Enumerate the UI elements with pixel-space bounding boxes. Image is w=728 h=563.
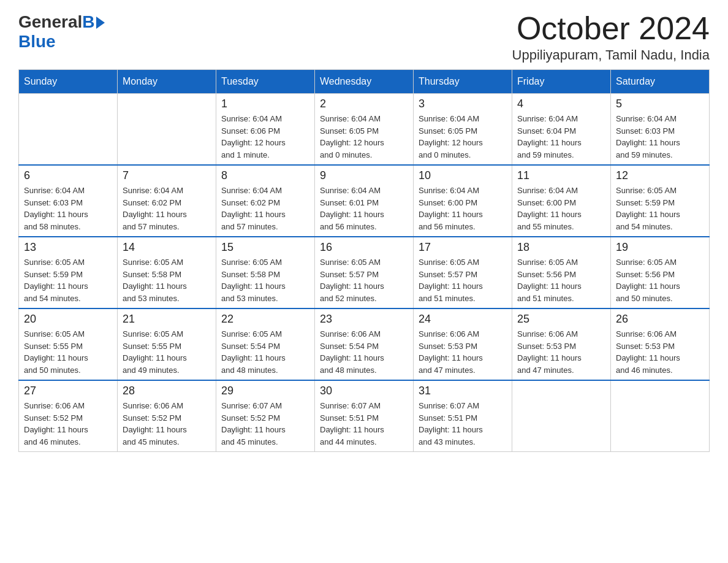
calendar-cell: 10Sunrise: 6:04 AMSunset: 6:00 PMDayligh… (414, 165, 512, 237)
day-number: 16 (320, 241, 408, 254)
day-info: Sunrise: 6:05 AMSunset: 5:57 PMDaylight:… (320, 256, 408, 304)
day-info: Sunrise: 6:04 AMSunset: 6:02 PMDaylight:… (123, 185, 211, 232)
calendar-cell: 16Sunrise: 6:05 AMSunset: 5:57 PMDayligh… (315, 237, 414, 308)
calendar-cell: 15Sunrise: 6:05 AMSunset: 5:58 PMDayligh… (216, 237, 315, 308)
day-number: 17 (419, 241, 507, 254)
calendar-cell: 30Sunrise: 6:07 AMSunset: 5:51 PMDayligh… (315, 380, 414, 452)
day-info: Sunrise: 6:05 AMSunset: 5:59 PMDaylight:… (24, 256, 112, 304)
day-info: Sunrise: 6:04 AMSunset: 6:00 PMDaylight:… (517, 185, 605, 232)
calendar-cell: 3Sunrise: 6:04 AMSunset: 6:05 PMDaylight… (414, 94, 512, 166)
calendar-table: SundayMondayTuesdayWednesdayThursdayFrid… (18, 69, 710, 452)
day-info: Sunrise: 6:06 AMSunset: 5:54 PMDaylight:… (320, 328, 408, 376)
calendar-header-saturday: Saturday (611, 70, 710, 94)
day-number: 9 (320, 169, 408, 182)
day-number: 18 (517, 241, 605, 254)
logo: General B Blue (18, 12, 105, 52)
day-number: 14 (123, 241, 211, 254)
day-number: 25 (517, 313, 605, 326)
day-info: Sunrise: 6:04 AMSunset: 6:05 PMDaylight:… (320, 113, 408, 161)
calendar-cell: 13Sunrise: 6:05 AMSunset: 5:59 PMDayligh… (19, 237, 118, 308)
calendar-cell: 6Sunrise: 6:04 AMSunset: 6:03 PMDaylight… (19, 165, 118, 237)
calendar-cell: 8Sunrise: 6:04 AMSunset: 6:02 PMDaylight… (216, 165, 315, 237)
calendar-header-thursday: Thursday (414, 70, 512, 94)
logo-blue-part: B (82, 12, 104, 32)
calendar-cell: 29Sunrise: 6:07 AMSunset: 5:52 PMDayligh… (216, 380, 315, 452)
location-text: Uppiliyapuram, Tamil Nadu, India (512, 47, 710, 63)
day-info: Sunrise: 6:05 AMSunset: 5:58 PMDaylight:… (123, 256, 211, 304)
day-number: 27 (24, 385, 112, 397)
day-number: 6 (24, 169, 112, 182)
day-info: Sunrise: 6:05 AMSunset: 5:59 PMDaylight:… (616, 185, 704, 232)
day-number: 19 (616, 241, 704, 254)
calendar-cell: 5Sunrise: 6:04 AMSunset: 6:03 PMDaylight… (611, 94, 710, 166)
day-number: 2 (320, 98, 408, 110)
day-info: Sunrise: 6:05 AMSunset: 5:56 PMDaylight:… (616, 256, 704, 304)
day-info: Sunrise: 6:04 AMSunset: 6:01 PMDaylight:… (320, 185, 408, 232)
calendar-cell (512, 380, 611, 452)
calendar-cell: 26Sunrise: 6:06 AMSunset: 5:53 PMDayligh… (611, 308, 710, 380)
day-number: 24 (419, 313, 507, 326)
day-number: 3 (419, 98, 507, 110)
day-number: 4 (517, 98, 605, 110)
calendar-header-row: SundayMondayTuesdayWednesdayThursdayFrid… (19, 70, 710, 94)
calendar-header-wednesday: Wednesday (315, 70, 414, 94)
calendar-header-monday: Monday (118, 70, 216, 94)
calendar-cell: 25Sunrise: 6:06 AMSunset: 5:53 PMDayligh… (512, 308, 611, 380)
calendar-cell: 19Sunrise: 6:05 AMSunset: 5:56 PMDayligh… (611, 237, 710, 308)
day-info: Sunrise: 6:04 AMSunset: 6:05 PMDaylight:… (419, 113, 507, 161)
day-number: 29 (221, 385, 309, 397)
day-number: 22 (221, 313, 309, 326)
day-info: Sunrise: 6:05 AMSunset: 5:55 PMDaylight:… (24, 328, 112, 376)
day-info: Sunrise: 6:07 AMSunset: 5:52 PMDaylight:… (221, 400, 309, 448)
calendar-cell (19, 94, 118, 166)
day-info: Sunrise: 6:04 AMSunset: 6:02 PMDaylight:… (221, 185, 309, 232)
day-info: Sunrise: 6:04 AMSunset: 6:03 PMDaylight:… (24, 185, 112, 232)
calendar-cell: 31Sunrise: 6:07 AMSunset: 5:51 PMDayligh… (414, 380, 512, 452)
calendar-week-row: 13Sunrise: 6:05 AMSunset: 5:59 PMDayligh… (19, 237, 710, 308)
logo-blue-text: Blue (18, 32, 56, 52)
calendar-cell: 1Sunrise: 6:04 AMSunset: 6:06 PMDaylight… (216, 94, 315, 166)
day-number: 30 (320, 385, 408, 397)
day-info: Sunrise: 6:06 AMSunset: 5:53 PMDaylight:… (616, 328, 704, 376)
day-info: Sunrise: 6:05 AMSunset: 5:55 PMDaylight:… (123, 328, 211, 376)
calendar-week-row: 1Sunrise: 6:04 AMSunset: 6:06 PMDaylight… (19, 94, 710, 166)
calendar-cell (118, 94, 216, 166)
logo-general-text: General (18, 12, 82, 32)
day-info: Sunrise: 6:07 AMSunset: 5:51 PMDaylight:… (320, 400, 408, 448)
logo-b: B (82, 12, 94, 32)
day-number: 12 (616, 169, 704, 182)
day-info: Sunrise: 6:05 AMSunset: 5:56 PMDaylight:… (517, 256, 605, 304)
day-number: 23 (320, 313, 408, 326)
calendar-cell: 20Sunrise: 6:05 AMSunset: 5:55 PMDayligh… (19, 308, 118, 380)
day-info: Sunrise: 6:05 AMSunset: 5:58 PMDaylight:… (221, 256, 309, 304)
calendar-cell: 4Sunrise: 6:04 AMSunset: 6:04 PMDaylight… (512, 94, 611, 166)
calendar-cell: 27Sunrise: 6:06 AMSunset: 5:52 PMDayligh… (19, 380, 118, 452)
day-number: 5 (616, 98, 704, 110)
calendar-cell: 12Sunrise: 6:05 AMSunset: 5:59 PMDayligh… (611, 165, 710, 237)
day-number: 20 (24, 313, 112, 326)
day-info: Sunrise: 6:04 AMSunset: 6:03 PMDaylight:… (616, 113, 704, 161)
day-number: 21 (123, 313, 211, 326)
day-number: 15 (221, 241, 309, 254)
calendar-header-sunday: Sunday (19, 70, 118, 94)
day-number: 10 (419, 169, 507, 182)
calendar-cell: 18Sunrise: 6:05 AMSunset: 5:56 PMDayligh… (512, 237, 611, 308)
calendar-header-tuesday: Tuesday (216, 70, 315, 94)
calendar-cell: 21Sunrise: 6:05 AMSunset: 5:55 PMDayligh… (118, 308, 216, 380)
day-number: 11 (517, 169, 605, 182)
day-info: Sunrise: 6:04 AMSunset: 6:00 PMDaylight:… (419, 185, 507, 232)
calendar-cell: 28Sunrise: 6:06 AMSunset: 5:52 PMDayligh… (118, 380, 216, 452)
day-info: Sunrise: 6:06 AMSunset: 5:52 PMDaylight:… (24, 400, 112, 448)
calendar-cell: 2Sunrise: 6:04 AMSunset: 6:05 PMDaylight… (315, 94, 414, 166)
day-number: 28 (123, 385, 211, 397)
calendar-week-row: 6Sunrise: 6:04 AMSunset: 6:03 PMDaylight… (19, 165, 710, 237)
calendar-header-friday: Friday (512, 70, 611, 94)
calendar-week-row: 20Sunrise: 6:05 AMSunset: 5:55 PMDayligh… (19, 308, 710, 380)
calendar-cell (611, 380, 710, 452)
day-info: Sunrise: 6:06 AMSunset: 5:53 PMDaylight:… (419, 328, 507, 376)
day-info: Sunrise: 6:04 AMSunset: 6:04 PMDaylight:… (517, 113, 605, 161)
calendar-cell: 9Sunrise: 6:04 AMSunset: 6:01 PMDaylight… (315, 165, 414, 237)
day-number: 31 (419, 385, 507, 397)
day-info: Sunrise: 6:07 AMSunset: 5:51 PMDaylight:… (419, 400, 507, 448)
day-info: Sunrise: 6:05 AMSunset: 5:54 PMDaylight:… (221, 328, 309, 376)
